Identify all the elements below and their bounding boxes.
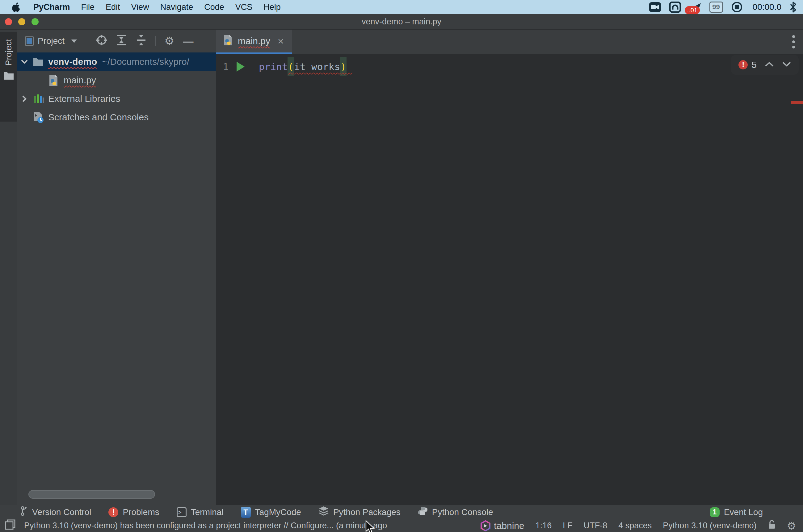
notification-app-icon[interactable]: ..01 bbox=[689, 2, 701, 12]
tab-label: main.py bbox=[238, 36, 270, 46]
caret-position[interactable]: 1:16 bbox=[535, 521, 552, 530]
python-file-icon bbox=[47, 74, 60, 87]
error-icon: ! bbox=[738, 60, 748, 70]
trackpad-app-icon[interactable] bbox=[669, 2, 681, 13]
folder-icon bbox=[3, 71, 14, 81]
locate-file-button[interactable] bbox=[96, 35, 107, 48]
editor-gutter: 1 bbox=[216, 54, 253, 505]
packages-layers-icon bbox=[318, 506, 329, 518]
toolwindow-terminal[interactable]: >_ Terminal bbox=[177, 507, 224, 517]
tabnine-widget[interactable]: tabnine bbox=[480, 520, 524, 531]
menu-view[interactable]: View bbox=[126, 2, 155, 12]
toolwindow-event-log[interactable]: 1 Event Log bbox=[710, 507, 763, 517]
project-panel-toolbar: Project ⚙ — bbox=[17, 30, 216, 53]
toolwindow-label: Problems bbox=[123, 507, 159, 517]
toolwindow-label: Python Console bbox=[432, 507, 493, 517]
tree-external-libraries-label: External Libraries bbox=[48, 94, 120, 104]
error-stripe-mark[interactable] bbox=[791, 101, 803, 104]
collapse-all-button[interactable] bbox=[135, 34, 147, 48]
record-timer: 00:00.0 bbox=[753, 2, 781, 12]
hide-panel-button[interactable]: — bbox=[183, 36, 193, 46]
tool-window-stripe: Project bbox=[0, 30, 17, 505]
tool-window-switcher-icon[interactable] bbox=[5, 519, 15, 532]
chevron-right-icon[interactable] bbox=[17, 95, 32, 102]
branch-icon bbox=[20, 506, 28, 518]
scratches-icon bbox=[32, 111, 45, 123]
toolwindow-problems[interactable]: ! Problems bbox=[108, 507, 159, 517]
code-open-paren: ( bbox=[288, 57, 294, 76]
video-camera-icon[interactable] bbox=[649, 2, 661, 13]
notification-badge: ..01 bbox=[685, 6, 700, 14]
menu-edit[interactable]: Edit bbox=[100, 2, 126, 12]
previous-error-button[interactable] bbox=[765, 61, 774, 68]
close-tab-icon[interactable]: × bbox=[278, 35, 284, 47]
status-bar: Python 3.10 (venv-demo) has been configu… bbox=[0, 519, 803, 532]
unlock-icon[interactable] bbox=[768, 520, 776, 532]
toolwindow-tagmycode[interactable]: T TagMyCode bbox=[241, 507, 301, 518]
menu-code[interactable]: Code bbox=[199, 2, 230, 12]
menu-pycharm[interactable]: PyCharm bbox=[28, 2, 76, 12]
screen-record-icon[interactable] bbox=[731, 1, 743, 13]
editor-body[interactable]: 1 print(it works) ! 5 bbox=[216, 54, 803, 505]
toolwindow-label: Version Control bbox=[32, 507, 91, 517]
menu-help[interactable]: Help bbox=[258, 2, 286, 12]
bluetooth-icon[interactable] bbox=[789, 1, 797, 13]
tree-row-external-libraries[interactable]: External Libraries bbox=[17, 90, 216, 108]
tree-row-main-py[interactable]: main.py bbox=[17, 71, 216, 90]
chevron-down-icon[interactable] bbox=[17, 60, 32, 64]
pycharm-window: PyCharm File Edit View Navigate Code VCS… bbox=[0, 0, 803, 532]
window-titlebar[interactable]: venv-demo – main.py bbox=[0, 14, 803, 30]
file-encoding[interactable]: UTF-8 bbox=[584, 521, 607, 530]
project-root-name: venv-demo bbox=[48, 56, 97, 67]
line-number: 1 bbox=[223, 61, 229, 72]
tagmycode-icon: T bbox=[241, 507, 251, 518]
mouse-cursor bbox=[365, 520, 376, 532]
menubar-status-icons: ..01 99 00:00.0 bbox=[649, 1, 797, 13]
apple-menu-icon[interactable] bbox=[12, 2, 21, 12]
tree-row-scratches[interactable]: Scratches and Consoles bbox=[17, 108, 216, 127]
stripe-tab-project[interactable]: Project bbox=[0, 32, 17, 121]
python-file-icon bbox=[223, 34, 234, 48]
code-close-paren: ) bbox=[340, 57, 347, 76]
project-horizontal-scrollbar[interactable] bbox=[17, 490, 216, 499]
menu-vcs[interactable]: VCS bbox=[230, 2, 258, 12]
next-error-button[interactable] bbox=[782, 61, 791, 68]
indent-setting[interactable]: 4 spaces bbox=[618, 521, 652, 530]
line-ending[interactable]: LF bbox=[563, 521, 572, 530]
statusbar-settings-gear-icon[interactable]: ⚙ bbox=[787, 520, 796, 531]
menu-navigate[interactable]: Navigate bbox=[155, 2, 199, 12]
toolwindow-label: Event Log bbox=[724, 507, 763, 517]
keypad-icon[interactable]: 99 bbox=[709, 2, 723, 13]
tab-main-py[interactable]: main.py × bbox=[216, 30, 292, 54]
toolwindow-python-console[interactable]: Python Console bbox=[418, 506, 493, 518]
toolwindow-label: Terminal bbox=[191, 507, 224, 517]
interpreter-widget[interactable]: Python 3.10 (venv-demo) bbox=[663, 521, 756, 530]
terminal-icon: >_ bbox=[177, 507, 186, 517]
panel-settings-gear-icon[interactable]: ⚙ bbox=[164, 36, 174, 46]
project-view-selector[interactable]: Project bbox=[23, 34, 79, 48]
toolwindow-python-packages[interactable]: Python Packages bbox=[318, 506, 401, 518]
code-token-print: print bbox=[259, 61, 288, 72]
window-title: venv-demo – main.py bbox=[0, 17, 803, 26]
project-view-label: Project bbox=[38, 36, 65, 46]
scrollbar-thumb[interactable] bbox=[29, 490, 155, 499]
run-line-button[interactable] bbox=[237, 62, 244, 72]
code-area[interactable]: print(it works) ! 5 bbox=[253, 54, 803, 505]
problems-icon: ! bbox=[108, 507, 118, 517]
tree-file-name: main.py bbox=[63, 75, 96, 86]
code-line-1[interactable]: print(it works) bbox=[253, 58, 803, 75]
project-view-icon bbox=[25, 36, 34, 46]
tool-window-bar: Version Control ! Problems >_ Terminal T… bbox=[0, 505, 803, 519]
status-message[interactable]: Python 3.10 (venv-demo) has been configu… bbox=[24, 521, 387, 530]
folder-icon bbox=[32, 57, 45, 66]
editor-options-kebab-icon[interactable] bbox=[792, 35, 795, 49]
project-tool-window: Project ⚙ — bbox=[17, 30, 216, 505]
external-libraries-icon bbox=[32, 94, 45, 104]
tree-row-venv-demo[interactable]: venv-demo ~/Documents/skypro/ bbox=[17, 53, 216, 71]
toolwindow-version-control[interactable]: Version Control bbox=[20, 506, 91, 518]
tree-scratches-label: Scratches and Consoles bbox=[48, 112, 149, 122]
tabnine-label: tabnine bbox=[494, 520, 524, 531]
inspections-widget[interactable]: ! 5 bbox=[731, 55, 799, 75]
menu-file[interactable]: File bbox=[76, 2, 101, 12]
expand-all-button[interactable] bbox=[116, 34, 127, 48]
